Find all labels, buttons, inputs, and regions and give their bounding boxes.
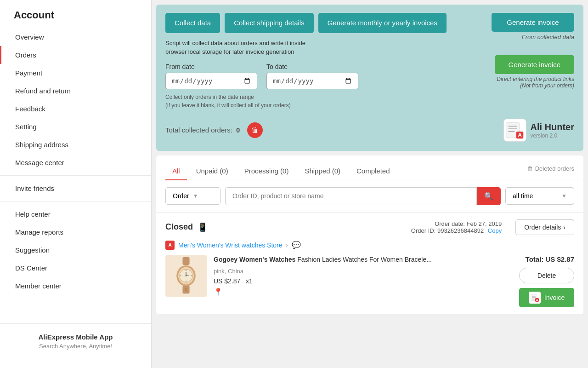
search-input-container: 🔍 (225, 187, 501, 205)
banner-left: Collect data Collect shipping details Ge… (165, 13, 473, 109)
order-filter-select[interactable]: Order ▼ (165, 187, 220, 205)
order-filter-label: Order (173, 192, 189, 200)
order-id: 99326236844892 (437, 227, 484, 234)
direct-entering-line2: (Not from your orders) (520, 82, 574, 89)
invoice-button[interactable]: A Invoice (519, 288, 574, 307)
order-date: Feb 27, 2019 (467, 220, 502, 227)
order-status-text: Closed (165, 222, 193, 232)
copy-button[interactable]: Copy (488, 227, 502, 234)
clear-orders-button[interactable]: 🗑 (247, 122, 263, 138)
product-qty: x1 (246, 277, 253, 285)
from-date-input[interactable] (165, 73, 257, 89)
invoice-label: Invoice (544, 294, 565, 301)
mobile-icon: 📱 (198, 222, 208, 232)
sidebar: Account Overview Orders Payment Refund a… (0, 0, 152, 368)
delete-button[interactable]: Delete (519, 268, 574, 283)
to-date-label: To date (266, 63, 358, 70)
sidebar-item-overview[interactable]: Overview (0, 28, 151, 46)
deleted-orders-label: Deleted orders (535, 165, 574, 172)
tab-unpaid[interactable]: Unpaid (0) (189, 162, 235, 180)
ali-hunter-text-block: Ali Hunter version 2.0 (530, 121, 574, 139)
sidebar-item-payment[interactable]: Payment (0, 64, 151, 82)
collect-data-button[interactable]: Collect data (165, 13, 220, 33)
order-product-row: Gogoey Women's Watches Fashion Ladies Wa… (165, 255, 574, 307)
ali-hunter-title: Ali Hunter (530, 121, 574, 132)
order-date-label: Order date: (435, 220, 465, 227)
collected-label: Total collected orders: 0 (165, 126, 240, 134)
tab-completed[interactable]: Completed (350, 162, 397, 180)
sidebar-divider-2 (0, 201, 151, 201)
banner-bottom: Total collected orders: 0 🗑 A (165, 119, 574, 142)
sidebar-item-orders[interactable]: Orders (0, 46, 151, 64)
banner-description: Script will collect data about orders an… (165, 39, 349, 57)
direct-entering-line1: Direct entering the product links (497, 76, 574, 82)
date-hint-line1: Collect only orders in the date range (165, 94, 254, 100)
collect-shipping-button[interactable]: Collect shipping details (225, 13, 313, 33)
to-date-input[interactable] (266, 73, 358, 89)
order-date-row: Order date: Feb 27, 2019 (411, 220, 502, 227)
generate-invoice-top-button[interactable]: Generate invoice (492, 13, 574, 32)
sidebar-divider-1 (0, 175, 151, 176)
tab-shipped[interactable]: Shipped (0) (298, 162, 347, 180)
sidebar-item-help[interactable]: Help center (0, 205, 151, 223)
total-collected-count: 0 (236, 126, 240, 134)
sidebar-item-feedback[interactable]: Feedback (0, 100, 151, 118)
order-id-label: Order ID: (411, 227, 435, 234)
green-invoice-section: Generate invoice Direct entering the pro… (495, 52, 574, 89)
sidebar-item-shipping[interactable]: Shipping address (0, 136, 151, 154)
product-price: US $2.87 x1 (214, 277, 512, 285)
time-filter-select[interactable]: all time ▼ (505, 187, 574, 205)
date-row: From date To date (165, 63, 473, 89)
location-icon: 📍 (214, 288, 223, 296)
svg-text:A: A (518, 132, 522, 138)
product-image (165, 255, 207, 297)
sidebar-nav: Overview Orders Payment Refund and retur… (0, 28, 151, 295)
search-input[interactable] (225, 187, 477, 205)
ali-hunter-badge: A Ali Hunter version 2.0 (503, 119, 574, 142)
trash-icon-small: 🗑 (527, 165, 533, 172)
deleted-orders-link[interactable]: 🗑 Deleted orders (527, 165, 574, 177)
sidebar-item-member[interactable]: Member center (0, 277, 151, 295)
search-bar: Order ▼ 🔍 all time ▼ (156, 180, 583, 212)
svg-rect-7 (182, 257, 189, 265)
search-button[interactable]: 🔍 (477, 187, 501, 205)
invoice-icon: A (529, 292, 541, 304)
svg-point-20 (186, 290, 187, 291)
sidebar-item-reports[interactable]: Manage reports (0, 223, 151, 241)
sidebar-item-suggestion[interactable]: Suggestion (0, 241, 151, 259)
sidebar-item-message[interactable]: Message center (0, 154, 151, 172)
monthly-yearly-button[interactable]: Generate monthly or yearly invoices (318, 13, 447, 33)
svg-text:A: A (536, 299, 538, 302)
ali-hunter-version: version 2.0 (530, 132, 574, 139)
tab-all[interactable]: All (165, 162, 187, 180)
date-hint: Collect only orders in the date range (i… (165, 93, 473, 109)
product-price-value: US $2.87 (214, 277, 240, 285)
generate-invoice-green-button[interactable]: Generate invoice (495, 55, 574, 74)
product-name-rest: Fashion Ladies Watches For Women Bracele… (295, 256, 431, 263)
sidebar-item-setting[interactable]: Setting (0, 118, 151, 136)
tab-processing[interactable]: Processing (0) (237, 162, 296, 180)
from-collected-text: From collected data (522, 34, 574, 40)
product-info: Gogoey Women's Watches Fashion Ladies Wa… (214, 255, 512, 297)
sidebar-item-invite[interactable]: Invite friends (0, 179, 151, 197)
search-icon: 🔍 (484, 192, 493, 200)
top-banner: Collect data Collect shipping details Ge… (156, 5, 583, 151)
banner-buttons-row: Collect data Collect shipping details Ge… (165, 13, 473, 33)
order-details-label: Order details (524, 224, 561, 231)
banner-right: Generate invoice From collected data Gen… (482, 13, 574, 109)
product-variant: pink, China (214, 268, 512, 275)
watch-svg (170, 256, 202, 295)
order-details-button[interactable]: Order details › (515, 219, 574, 235)
svg-rect-8 (182, 286, 189, 293)
order-meta: Order date: Feb 27, 2019 Order ID: 99326… (411, 220, 502, 234)
chevron-right-icon: › (563, 224, 565, 231)
store-name: Men's Women's Wrist watches Store (178, 242, 283, 249)
sidebar-item-refund[interactable]: Refund and return (0, 82, 151, 100)
sidebar-item-ds-center[interactable]: DS Center (0, 259, 151, 277)
store-row[interactable]: A Men's Women's Wrist watches Store › 💬 (165, 241, 574, 250)
order-card-header: Closed 📱 Order date: Feb 27, 2019 Order … (165, 219, 574, 235)
invoice-icon-svg: A (530, 293, 539, 302)
orders-section: All Unpaid (0) Processing (0) Shipped (0… (156, 155, 583, 314)
to-date-group: To date (266, 63, 358, 89)
chevron-down-icon-time: ▼ (561, 193, 567, 199)
